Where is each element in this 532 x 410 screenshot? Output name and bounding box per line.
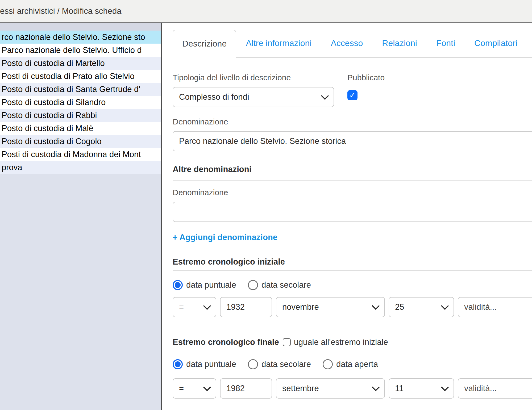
list-item-selected[interactable]: rco nazionale dello Stelvio. Sezione sto	[0, 31, 161, 44]
tab-altre-informazioni[interactable]: Altre informazioni	[236, 30, 321, 57]
year-input[interactable]	[220, 378, 272, 399]
radio-label: data aperta	[336, 359, 378, 369]
edit-panel: Descrizione Altre informazioni Accesso R…	[162, 23, 532, 410]
content-area: rco nazionale dello Stelvio. Sezione sto…	[0, 23, 532, 410]
month-select[interactable]: settembre	[276, 378, 385, 399]
denominazione-input[interactable]	[173, 131, 532, 151]
breadcrumb-bar: essi archivistici / Modifica scheda	[0, 0, 532, 23]
altra-denominazione-input[interactable]	[173, 202, 532, 222]
section-divider	[173, 270, 532, 271]
app-window: essi archivistici / Modifica scheda rco …	[0, 0, 532, 410]
tipologia-select[interactable]: Complesso di fondi	[173, 87, 334, 107]
list-item[interactable]: Posti di custodia di Madonna dei Mont	[0, 148, 161, 161]
tipologia-row: Tipologia del livello di descrizione Com…	[173, 73, 532, 107]
day-value: 25	[395, 302, 404, 312]
radio-label: data puntuale	[186, 280, 236, 290]
sidebar-filler	[0, 174, 161, 410]
tab-descrizione[interactable]: Descrizione	[173, 30, 236, 58]
radio-icon	[248, 280, 258, 290]
radio-option-data-secolare[interactable]: data secolare	[248, 280, 311, 290]
descrizione-form: Tipologia del livello di descrizione Com…	[173, 58, 532, 399]
list-item[interactable]: Posto di custodia di Silandro	[0, 96, 161, 109]
tipologia-field: Tipologia del livello di descrizione Com…	[173, 73, 334, 107]
check-icon: ✓	[349, 91, 356, 99]
chevron-down-icon	[372, 302, 380, 310]
month-value: settembre	[282, 384, 319, 393]
aggiungi-denominazione-link[interactable]: + Aggiungi denominazione	[173, 233, 277, 242]
list-item[interactable]: Posto di custodia di Martello	[0, 57, 161, 70]
operator-select[interactable]: =	[173, 297, 216, 317]
tab-compilatori[interactable]: Compilatori	[465, 30, 527, 57]
altre-denominazioni-heading: Altre denominazioni	[173, 165, 532, 174]
uguale-estremo-checkbox[interactable]	[283, 338, 291, 346]
validity-input[interactable]	[458, 378, 532, 399]
chevron-down-icon	[441, 383, 449, 391]
tipologia-label: Tipologia del livello di descrizione	[173, 73, 334, 82]
section-divider	[173, 180, 532, 181]
operator-select[interactable]: =	[173, 378, 216, 399]
list-item[interactable]: Parco nazionale dello Stelvio. Ufficio d	[0, 44, 161, 57]
chevron-down-icon	[321, 92, 329, 100]
radio-option-data-secolare[interactable]: data secolare	[248, 359, 311, 369]
section-divider	[173, 351, 532, 351]
radio-option-data-aperta[interactable]: data aperta	[323, 359, 378, 369]
list-item[interactable]: Posto di custodia di Cogolo	[0, 135, 161, 148]
radio-label: data secolare	[261, 359, 311, 369]
estremo-iniziale-date-row: = novembre 25	[173, 297, 532, 317]
day-select[interactable]: 11	[389, 378, 454, 399]
radio-icon	[248, 359, 258, 369]
list-item[interactable]: prova	[0, 161, 161, 174]
breadcrumb[interactable]: essi archivistici / Modifica scheda	[0, 6, 122, 16]
list-item[interactable]: Posto di custodia di Santa Gertrude d'	[0, 83, 161, 96]
estremo-finale-heading-row: Estremo cronologico finale uguale all'es…	[173, 337, 532, 347]
radio-label: data secolare	[261, 280, 311, 290]
record-list: rco nazionale dello Stelvio. Sezione sto…	[0, 31, 161, 174]
tree-sidebar: rco nazionale dello Stelvio. Sezione sto…	[0, 23, 162, 410]
tab-relazioni[interactable]: Relazioni	[372, 30, 427, 57]
estremo-iniziale-heading: Estremo cronologico iniziale	[173, 257, 532, 267]
list-item[interactable]: Posti di custodia di Prato allo Stelvio	[0, 70, 161, 83]
tab-accesso[interactable]: Accesso	[321, 30, 372, 57]
month-select[interactable]: novembre	[276, 297, 385, 317]
validity-input[interactable]	[458, 297, 532, 317]
list-item[interactable]: Posto di custodia di Malè	[0, 122, 161, 135]
operator-value: =	[179, 302, 184, 312]
altra-denominazione-label: Denominazione	[173, 188, 532, 197]
radio-selected-icon	[173, 280, 183, 290]
estremo-finale-radios: data puntuale data secolare data aperta	[173, 359, 532, 369]
estremo-iniziale-radios: data puntuale data secolare	[173, 280, 532, 290]
estremo-finale-date-row: = settembre 11	[173, 378, 532, 399]
tab-bar: Descrizione Altre informazioni Accesso R…	[173, 30, 532, 58]
tipologia-selected-value: Complesso di fondi	[179, 92, 249, 102]
operator-value: =	[179, 384, 184, 393]
estremo-finale-heading: Estremo cronologico finale	[173, 337, 279, 347]
day-select[interactable]: 25	[389, 297, 454, 317]
radio-option-data-puntuale[interactable]: data puntuale	[173, 359, 236, 369]
pubblicato-field: Pubblicato ✓	[347, 73, 385, 107]
year-input[interactable]	[220, 297, 272, 317]
uguale-estremo-label: uguale all'estremo iniziale	[294, 337, 388, 347]
radio-icon	[323, 359, 333, 369]
pubblicato-checkbox[interactable]: ✓	[347, 90, 358, 100]
tab-fonti[interactable]: Fonti	[427, 30, 465, 57]
month-value: novembre	[282, 302, 319, 312]
chevron-down-icon	[441, 302, 449, 310]
chevron-down-icon	[203, 302, 211, 310]
sidebar-top-strip	[0, 23, 161, 31]
denominazione-label: Denominazione	[173, 117, 532, 126]
radio-label: data puntuale	[186, 359, 236, 369]
list-item[interactable]: Posto di custodia di Rabbi	[0, 109, 161, 122]
pubblicato-label: Pubblicato	[347, 73, 385, 82]
day-value: 11	[395, 384, 404, 393]
radio-selected-icon	[173, 359, 183, 369]
radio-option-data-puntuale[interactable]: data puntuale	[173, 280, 236, 290]
chevron-down-icon	[372, 383, 380, 391]
chevron-down-icon	[203, 383, 211, 391]
